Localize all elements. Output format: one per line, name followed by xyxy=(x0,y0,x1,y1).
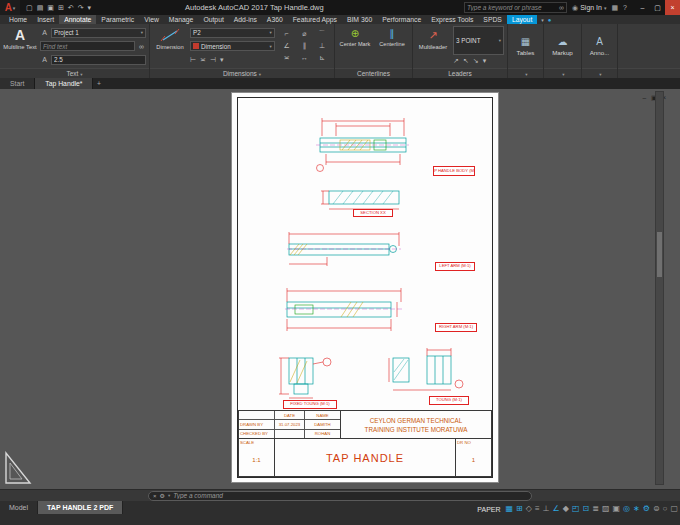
annotation-visibility-icon[interactable]: ◎ xyxy=(623,502,630,516)
dynamic-input-icon[interactable]: ≡ xyxy=(535,502,540,516)
autoscale-icon[interactable]: ∗ xyxy=(633,502,640,516)
viewport-minimize-icon[interactable]: – xyxy=(642,94,646,102)
dimension-button[interactable]: Dimension xyxy=(153,26,187,66)
new-drawing-tab-button[interactable]: + xyxy=(93,78,104,89)
center-mark-button[interactable]: ⊕ Center Mark xyxy=(338,26,372,66)
markup-button[interactable]: ☁ Markup xyxy=(547,26,578,66)
search-input[interactable] xyxy=(467,4,559,11)
tab-view[interactable]: View xyxy=(139,15,164,24)
text-panel-footer[interactable]: Text▾ xyxy=(0,68,149,78)
multileader-button[interactable]: ↗ Multileader xyxy=(416,26,450,66)
dim-tool-select[interactable]: Dimension ▾ xyxy=(190,41,275,51)
find-text-input[interactable] xyxy=(40,41,135,51)
tab-output[interactable]: Output xyxy=(198,15,228,24)
workspace-switching-icon[interactable]: ⚙ xyxy=(643,502,650,516)
selection-cycling-icon[interactable]: ▣ xyxy=(612,502,620,516)
undo-icon[interactable]: ↶ xyxy=(68,4,74,12)
polar-tracking-icon[interactable]: ∠ xyxy=(553,502,560,516)
tab-add-ins[interactable]: Add-ins xyxy=(229,15,262,24)
dim-style-select[interactable]: P2 ▾ xyxy=(190,28,275,38)
chevron-down-icon[interactable]: ▾ xyxy=(220,56,224,64)
tab-express-tools[interactable]: Express Tools xyxy=(426,15,478,24)
tab-insert[interactable]: Insert xyxy=(32,15,59,24)
open-file-icon[interactable]: ▤ xyxy=(37,4,44,12)
object-snap-icon[interactable]: ⊡ xyxy=(583,502,590,516)
dim-diameter-icon[interactable]: ⌀ xyxy=(296,28,314,40)
isolate-objects-icon[interactable]: ○ xyxy=(663,502,668,516)
file-tab-start[interactable]: Start xyxy=(0,78,35,89)
dim-update-icon[interactable]: ⊣ xyxy=(210,56,216,64)
tab-home[interactable]: Home xyxy=(4,15,32,24)
help-icon[interactable]: ? xyxy=(623,4,627,11)
isodraft-icon[interactable]: ◆ xyxy=(563,502,569,516)
tab-featured-apps[interactable]: Featured Apps xyxy=(288,15,342,24)
dim-parallel-icon[interactable]: ∥ xyxy=(296,40,314,52)
chevron-down-icon[interactable]: ▾ xyxy=(168,493,170,498)
annotation-monitor-icon[interactable]: ⊜ xyxy=(653,502,660,516)
scrollbar-thumb[interactable] xyxy=(657,232,662,277)
transparency-icon[interactable]: ▨ xyxy=(602,502,610,516)
dim-break-icon[interactable]: ⊢ xyxy=(190,56,196,64)
leader-add-icon[interactable]: ↗ xyxy=(453,57,459,65)
dim-continue-icon[interactable]: ↔ xyxy=(296,52,314,64)
text-height-input[interactable] xyxy=(51,55,146,65)
tab-spds[interactable]: SPDS xyxy=(478,15,507,24)
ribbon-collapse-icon[interactable]: ▾ xyxy=(541,17,544,23)
save-icon[interactable]: ▣ xyxy=(47,4,54,12)
lineweight-icon[interactable]: ≣ xyxy=(592,502,599,516)
dim-ordinate-icon[interactable]: ⊾ xyxy=(313,52,331,64)
tab-a360[interactable]: A360 xyxy=(262,15,288,24)
tab-manage[interactable]: Manage xyxy=(164,15,199,24)
dim-arc-icon[interactable]: ⌒ xyxy=(313,28,331,40)
dimensions-panel-footer[interactable]: Dimensions▾ xyxy=(150,68,334,78)
tab-performance[interactable]: Performance xyxy=(377,15,426,24)
tables-panel-footer[interactable]: ▾ xyxy=(508,68,543,78)
infer-constraints-icon[interactable]: ◇ xyxy=(526,502,532,516)
leader-align-icon[interactable]: ↘ xyxy=(473,57,479,65)
minimize-button[interactable]: – xyxy=(635,0,650,15)
clean-screen-icon[interactable]: ▢ xyxy=(670,502,678,516)
command-close-icon[interactable]: × xyxy=(153,493,157,499)
app-menu-button[interactable]: A ▾ xyxy=(0,0,20,15)
dim-linear-icon[interactable]: ⌐ xyxy=(278,28,296,40)
ribbon-help-icon[interactable]: ● xyxy=(548,17,552,23)
leader-remove-icon[interactable]: ↖ xyxy=(463,57,469,65)
vertical-scrollbar[interactable] xyxy=(655,91,664,485)
close-button[interactable]: × xyxy=(665,0,680,15)
find-binoculars-icon[interactable]: ∞ xyxy=(137,43,146,50)
file-tab-tap-handle[interactable]: Tap Handle* xyxy=(35,78,93,89)
app-store-icon[interactable]: ▦ xyxy=(611,4,618,12)
multiline-text-button[interactable]: A Multiline Text xyxy=(3,26,37,66)
annotation-button[interactable]: A Anno... xyxy=(585,26,614,66)
command-customize-icon[interactable]: ⚙ xyxy=(160,492,165,499)
markup-panel-footer[interactable]: ▾ xyxy=(544,68,581,78)
multileader-style-select[interactable]: 3 POINT ▾ xyxy=(453,26,504,55)
tab-bim360[interactable]: BIM 360 xyxy=(342,15,377,24)
model-tab[interactable]: Model xyxy=(0,501,38,514)
text-style-select[interactable]: Project 1 ▾ xyxy=(51,28,146,38)
tab-parametric[interactable]: Parametric xyxy=(96,15,139,24)
restore-button[interactable]: ▢ xyxy=(650,0,665,15)
paper-space-label[interactable]: PAPER xyxy=(477,506,500,513)
annotation-panel-footer[interactable]: ▾ xyxy=(582,68,617,78)
drawing-canvas[interactable]: – ▣ × xyxy=(0,89,680,489)
dim-adjust-space-icon[interactable]: ≍ xyxy=(200,56,206,64)
chevron-down-icon[interactable]: ▾ xyxy=(483,57,487,65)
centerline-button[interactable]: ∥ Centerline xyxy=(375,26,409,66)
table-button[interactable]: ▦ Tables xyxy=(511,26,540,66)
tab-annotate[interactable]: Annotate xyxy=(59,15,96,24)
snap-mode-icon[interactable]: ⊞ xyxy=(516,502,523,516)
ortho-mode-icon[interactable]: ⊥ xyxy=(543,502,550,516)
tab-layout[interactable]: Layout xyxy=(507,15,537,24)
dim-perpendicular-icon[interactable]: ⊥ xyxy=(313,40,331,52)
layout-tab-tap-handle-2-pdf[interactable]: TAP HANDLE 2 PDF xyxy=(38,501,123,514)
grid-icon[interactable]: ▦ xyxy=(506,502,514,516)
binoculars-icon[interactable]: ∞ xyxy=(559,4,564,11)
sign-in-button[interactable]: ◉ Sign In ▾ xyxy=(572,4,606,12)
plot-icon[interactable]: ⊞ xyxy=(58,4,64,12)
leaders-panel-footer[interactable]: Leaders xyxy=(413,68,507,78)
dim-baseline-icon[interactable]: ≍ xyxy=(278,52,296,64)
qat-more-icon[interactable]: ▾ xyxy=(88,4,92,12)
command-input[interactable] xyxy=(173,492,527,499)
osnap-tracking-icon[interactable]: ◰ xyxy=(572,502,580,516)
